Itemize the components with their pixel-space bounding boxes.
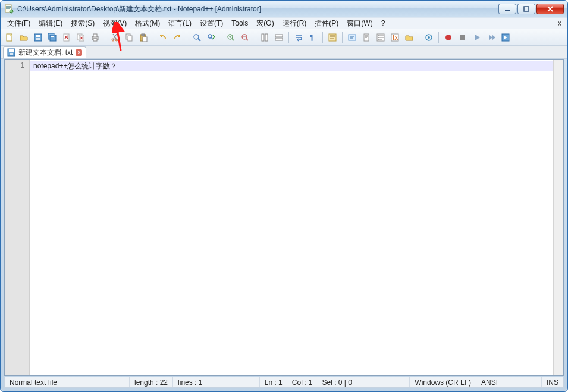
play-macro-icon[interactable] bbox=[470, 31, 484, 44]
svg-rect-25 bbox=[142, 34, 145, 36]
svg-rect-2 bbox=[6, 7, 11, 8]
replace-icon[interactable] bbox=[205, 31, 218, 44]
svg-rect-6 bbox=[524, 7, 529, 11]
svg-rect-40 bbox=[365, 36, 368, 37]
menu-edit[interactable]: 编辑(E) bbox=[34, 18, 67, 29]
doc-list-icon[interactable] bbox=[374, 31, 387, 44]
menu-run[interactable]: 运行(R) bbox=[278, 18, 311, 29]
tab-close-icon[interactable]: × bbox=[76, 49, 82, 56]
toolbar-separator bbox=[187, 32, 187, 43]
record-macro-icon[interactable] bbox=[442, 31, 455, 44]
save-icon[interactable] bbox=[32, 31, 45, 44]
minimize-button[interactable] bbox=[498, 4, 516, 14]
menu-language[interactable]: 语言(L) bbox=[164, 18, 196, 29]
svg-point-44 bbox=[378, 37, 379, 38]
user-lang-icon[interactable] bbox=[346, 31, 359, 44]
status-lines: lines : 1 bbox=[173, 377, 207, 387]
svg-rect-34 bbox=[275, 38, 283, 40]
menu-file[interactable]: 文件(F) bbox=[3, 18, 34, 29]
svg-point-4 bbox=[10, 10, 13, 13]
svg-point-50 bbox=[445, 35, 451, 40]
menu-plugins[interactable]: 插件(P) bbox=[310, 18, 343, 29]
function-list-icon[interactable]: fx bbox=[388, 31, 401, 44]
show-all-chars-icon[interactable]: ¶ bbox=[306, 31, 319, 44]
new-file-icon[interactable] bbox=[3, 31, 16, 44]
redo-icon[interactable] bbox=[171, 31, 184, 44]
tab-bar: 新建文本文档. txt × bbox=[1, 46, 567, 59]
window-title: C:\Users\Administrator\Desktop\新建文本文档.tx… bbox=[17, 4, 498, 14]
menu-help[interactable]: ? bbox=[377, 18, 390, 28]
menu-settings[interactable]: 设置(T) bbox=[196, 18, 227, 29]
play-multi-macro-icon[interactable] bbox=[485, 31, 498, 44]
find-icon[interactable] bbox=[190, 31, 203, 44]
copy-icon[interactable] bbox=[123, 31, 136, 44]
svg-rect-54 bbox=[9, 49, 14, 52]
svg-rect-1 bbox=[6, 6, 11, 7]
status-filetype: Normal text file bbox=[5, 377, 130, 387]
menu-window[interactable]: 窗口(W) bbox=[343, 18, 376, 29]
toolbar-separator bbox=[255, 32, 255, 43]
stop-macro-icon[interactable] bbox=[456, 31, 469, 44]
toolbar-separator bbox=[153, 32, 153, 43]
editor-area: 1 notepad++怎么统计字数？ bbox=[4, 59, 564, 376]
svg-rect-55 bbox=[10, 53, 13, 55]
menu-macro[interactable]: 宏(O) bbox=[252, 18, 278, 29]
menu-view[interactable]: 视图(V) bbox=[99, 18, 131, 29]
sync-h-icon[interactable] bbox=[272, 31, 285, 44]
toolbar: ¶ fx bbox=[1, 29, 567, 46]
monitor-icon[interactable] bbox=[422, 31, 435, 44]
svg-point-45 bbox=[378, 39, 379, 40]
undo-icon[interactable] bbox=[156, 31, 170, 44]
status-length: length : 22 bbox=[130, 377, 173, 387]
wordwrap-icon[interactable] bbox=[292, 31, 305, 44]
svg-rect-33 bbox=[275, 35, 283, 37]
close-button[interactable] bbox=[536, 4, 564, 14]
sync-v-icon[interactable] bbox=[258, 31, 271, 44]
svg-rect-32 bbox=[265, 34, 268, 41]
close-file-icon[interactable] bbox=[60, 31, 73, 44]
status-mode[interactable]: INS bbox=[542, 377, 563, 387]
open-file-icon[interactable] bbox=[17, 31, 30, 44]
app-window: C:\Users\Administrator\Desktop\新建文本文档.tx… bbox=[0, 0, 568, 392]
close-all-icon[interactable] bbox=[74, 31, 87, 44]
svg-rect-9 bbox=[36, 35, 40, 37]
toolbar-separator bbox=[419, 32, 419, 43]
folder-workspace-icon[interactable] bbox=[403, 31, 416, 44]
status-eol[interactable]: Windows (CR LF) bbox=[410, 377, 476, 387]
zoom-in-icon[interactable] bbox=[224, 31, 237, 44]
svg-point-49 bbox=[428, 36, 430, 39]
cut-icon[interactable] bbox=[108, 31, 121, 44]
svg-rect-5 bbox=[505, 10, 510, 11]
status-sel: Sel : 0 | 0 bbox=[317, 377, 357, 387]
vertical-scrollbar[interactable] bbox=[553, 60, 563, 375]
menu-format[interactable]: 格式(M) bbox=[131, 18, 164, 29]
save-all-icon[interactable] bbox=[46, 31, 59, 44]
toolbar-separator bbox=[105, 32, 105, 43]
status-encoding[interactable]: ANSI bbox=[476, 377, 542, 387]
window-controls bbox=[498, 4, 564, 14]
indent-guide-icon[interactable] bbox=[326, 31, 339, 44]
tab-label: 新建文本文档. txt bbox=[18, 48, 73, 58]
menu-search[interactable]: 搜索(S) bbox=[67, 18, 99, 29]
save-macro-icon[interactable] bbox=[499, 31, 512, 44]
svg-rect-51 bbox=[460, 35, 465, 40]
toolbar-separator bbox=[342, 32, 343, 43]
svg-rect-23 bbox=[128, 36, 132, 41]
line-number-gutter: 1 bbox=[5, 60, 30, 375]
toolbar-separator bbox=[221, 32, 221, 43]
menu-tools[interactable]: Tools bbox=[227, 18, 252, 28]
svg-point-27 bbox=[194, 35, 199, 39]
toolbar-separator bbox=[322, 32, 323, 43]
svg-rect-26 bbox=[143, 37, 147, 42]
doc-map-icon[interactable] bbox=[360, 31, 373, 44]
print-icon[interactable] bbox=[89, 31, 102, 44]
svg-point-43 bbox=[378, 35, 379, 36]
mdi-close-button[interactable]: x bbox=[554, 19, 565, 27]
toolbar-separator bbox=[438, 32, 439, 43]
zoom-out-icon[interactable] bbox=[239, 31, 252, 44]
code-line: notepad++怎么统计字数？ bbox=[33, 61, 550, 71]
file-tab[interactable]: 新建文本文档. txt × bbox=[3, 46, 86, 58]
paste-icon[interactable] bbox=[137, 31, 150, 44]
maximize-button[interactable] bbox=[517, 4, 535, 14]
code-editor[interactable]: notepad++怎么统计字数？ bbox=[30, 60, 553, 375]
